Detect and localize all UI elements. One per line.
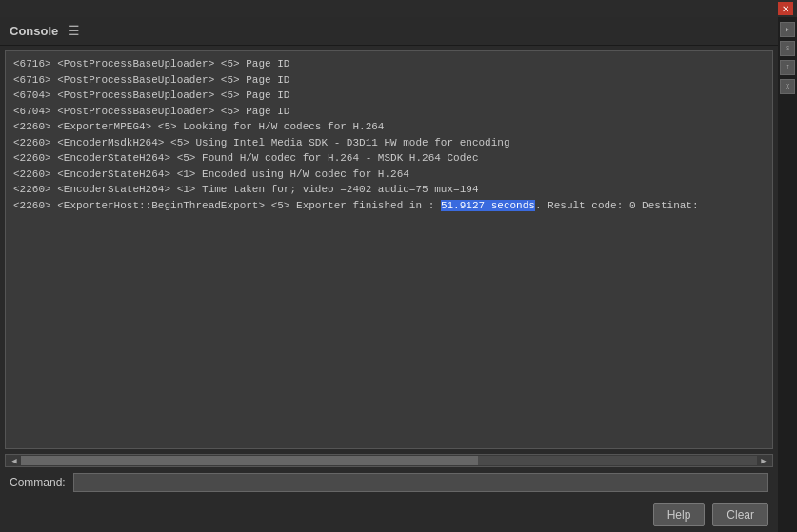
- right-panel-btn-2[interactable]: S: [780, 41, 795, 56]
- right-panel: ▶ S I X: [778, 17, 797, 532]
- command-input[interactable]: [73, 473, 768, 492]
- scroll-track[interactable]: [21, 456, 757, 465]
- command-label: Command:: [10, 476, 66, 489]
- highlighted-text: 51.9127 seconds: [441, 200, 535, 211]
- log-line: <2260> <EncoderStateH264> <1> Encoded us…: [13, 167, 765, 183]
- help-button[interactable]: Help: [653, 503, 706, 526]
- log-line: <6716> <PostProcessBaseUploader> <5> Pag…: [13, 72, 765, 89]
- horizontal-scrollbar[interactable]: ◀ ▶: [5, 454, 773, 467]
- log-line: <2260> <EncoderMsdkH264> <5> Using Intel…: [13, 135, 765, 151]
- top-bar: ✕: [0, 0, 797, 17]
- scroll-thumb[interactable]: [21, 456, 478, 465]
- command-area: Command:: [0, 467, 778, 498]
- hamburger-icon[interactable]: ☰: [68, 23, 80, 39]
- scroll-right-button[interactable]: ▶: [757, 456, 770, 466]
- bottom-bar: Help Clear: [0, 498, 778, 532]
- log-line: <6716> <PostProcessBaseUploader> <5> Pag…: [13, 56, 765, 72]
- right-panel-btn-1[interactable]: ▶: [780, 22, 795, 37]
- log-area[interactable]: <6716> <PostProcessBaseUploader> <5> Pag…: [5, 50, 773, 449]
- console-header: Console ☰: [0, 17, 778, 46]
- log-line: <6704> <PostProcessBaseUploader> <5> Pag…: [13, 104, 765, 120]
- close-button[interactable]: ✕: [778, 2, 793, 15]
- log-line-highlight: <2260> <ExporterHost::BeginThreadExport>…: [13, 198, 765, 214]
- scroll-left-button[interactable]: ◀: [8, 456, 21, 466]
- log-line: <2260> <EncoderStateH264> <1> Time taken…: [13, 182, 765, 198]
- console-title: Console: [10, 24, 58, 38]
- log-line: <6704> <PostProcessBaseUploader> <5> Pag…: [13, 88, 765, 104]
- right-panel-btn-4[interactable]: X: [780, 79, 795, 94]
- clear-button[interactable]: Clear: [712, 503, 768, 526]
- console-window: Console ☰ <6716> <PostProcessBaseUploade…: [0, 17, 778, 532]
- right-panel-btn-3[interactable]: I: [780, 60, 795, 75]
- log-line: <2260> <EncoderStateH264> <5> Found H/W …: [13, 150, 765, 167]
- log-line: <2260> <ExporterMPEG4> <5> Looking for H…: [13, 119, 765, 135]
- log-content[interactable]: <6716> <PostProcessBaseUploader> <5> Pag…: [6, 51, 772, 448]
